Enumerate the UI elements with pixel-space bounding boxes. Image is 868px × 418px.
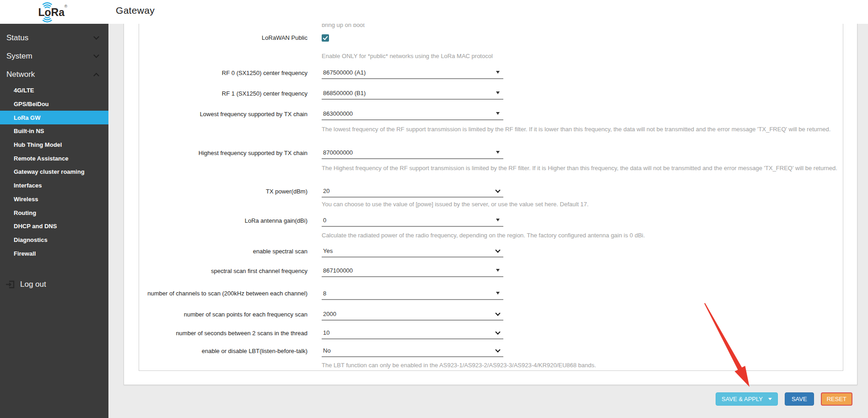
select-value: 867500000 (A1) — [322, 69, 366, 76]
help-highest-tx-frequency: The Highest frequency of the RF support … — [322, 165, 837, 172]
field-label: number of scan points for each frequency… — [139, 311, 307, 318]
sidebar-item-built-in-ns[interactable]: Built-in NS — [0, 124, 108, 138]
rf0-center-frequency-select[interactable]: 867500000 (A1) — [322, 67, 503, 79]
sidebar-section-network[interactable]: Network — [0, 65, 108, 84]
field-label: RF 0 (SX1250) center frequency — [139, 70, 307, 77]
form-row-antenna-gain: LoRa antenna gain(dBi) 0 — [139, 214, 843, 227]
select-value: 20 — [322, 188, 329, 194]
sidebar-item-diagnostics[interactable]: Diagnostics — [0, 233, 108, 247]
sidebar-item-firewall[interactable]: Firewall — [0, 247, 108, 260]
logout-label: Log out — [20, 280, 46, 289]
save-label: SAVE — [792, 396, 807, 402]
lbt-select[interactable]: No — [322, 345, 503, 357]
sidebar-item-routing[interactable]: Routing — [0, 206, 108, 220]
main-content: bring up on boot LoRaWAN Public Enable O… — [108, 24, 868, 418]
header: LoRa ® Gateway — [0, 0, 868, 24]
form-row-scan-points: number of scan points for each frequency… — [139, 308, 843, 321]
sidebar-section-label: Status — [6, 33, 28, 43]
sidebar-item-gps-beidou[interactable]: GPS/BeiDou — [0, 97, 108, 111]
logout-icon — [5, 279, 16, 289]
select-value: No — [322, 347, 331, 354]
form-row-seconds-between-scans: number of seconds between 2 scans in the… — [139, 327, 843, 339]
field-label: number of seconds between 2 scans in the… — [139, 330, 307, 337]
dropdown-chevron-icon — [495, 311, 500, 316]
form-row-highest-tx-frequency: Highest frequency supported by TX chain … — [139, 147, 843, 159]
action-button-bar: SAVE & APPLY SAVE RESET — [716, 392, 852, 406]
seconds-between-scans-select[interactable]: 10 — [322, 327, 503, 339]
field-label: TX power(dBm) — [139, 188, 307, 195]
logo-text: LoRa — [38, 6, 65, 18]
form-row-lbt: enable or disable LBT(listen-before-talk… — [139, 345, 843, 357]
reset-label: RESET — [827, 396, 846, 402]
sidebar-item-remote-assistance[interactable]: Remote Assistance — [0, 151, 108, 165]
lora-gw-fieldset: bring up on boot LoRaWAN Public Enable O… — [139, 24, 843, 371]
dropdown-chevron-icon — [495, 247, 500, 252]
select-value: 868500000 (B1) — [322, 90, 366, 96]
help-lowest-tx-frequency: The lowest frequency of the RF support t… — [322, 126, 830, 133]
field-label: spectral scan first channel frequency — [139, 268, 307, 275]
select-value: 870000000 — [322, 149, 353, 156]
logo-registered-mark: ® — [65, 4, 68, 9]
save-button[interactable]: SAVE — [785, 392, 814, 406]
field-label: Highest frequency supported by TX chain — [139, 150, 307, 157]
select-value: 10 — [322, 329, 329, 336]
sidebar-section-system[interactable]: System — [0, 47, 108, 65]
sidebar-item-interfaces[interactable]: Interfaces — [0, 179, 108, 193]
select-value: 2000 — [322, 311, 336, 317]
network-subnav: 4G/LTE GPS/BeiDou LoRa GW Built-in NS Hu… — [0, 84, 108, 260]
sidebar-item-hub-thing-model[interactable]: Hub Thing Model — [0, 138, 108, 152]
help-bring-up-on-boot: bring up on boot — [322, 24, 365, 29]
highest-tx-frequency-select[interactable]: 870000000 — [322, 147, 503, 159]
lowest-tx-frequency-select[interactable]: 863000000 — [322, 108, 503, 120]
form-row-spectral-scan-first-channel: spectral scan first channel frequency 86… — [139, 265, 843, 277]
chevron-up-icon — [93, 73, 99, 79]
sidebar-item-lora-gw[interactable]: LoRa GW — [0, 111, 108, 124]
spectral-scan-first-channel-select[interactable]: 867100000 — [322, 265, 503, 277]
field-label: enable or disable LBT(listen-before-talk… — [139, 348, 307, 355]
sidebar-section-status[interactable]: Status — [0, 29, 108, 47]
select-value: 867100000 — [322, 267, 353, 274]
select-value: 8 — [322, 290, 326, 297]
sidebar: Status System Network 4G/LTE GPS/BeiDou … — [0, 24, 108, 418]
tx-power-select[interactable]: 20 — [322, 185, 503, 198]
form-row-lowest-tx-frequency: Lowest frequency supported by TX chain 8… — [139, 108, 843, 120]
dropdown-chevron-icon — [495, 347, 500, 352]
save-and-apply-label: SAVE & APPLY — [722, 396, 763, 402]
form-row-rf0-center-frequency: RF 0 (SX1250) center frequency 867500000… — [139, 67, 843, 79]
form-row-lorawan-public: LoRaWAN Public — [139, 34, 843, 42]
rf1-center-frequency-select[interactable]: 868500000 (B1) — [322, 87, 503, 100]
sidebar-item-gateway-cluster-roaming[interactable]: Gateway cluster roaming — [0, 165, 108, 179]
enable-spectral-scan-select[interactable]: Yes — [322, 245, 503, 257]
select-value: Yes — [322, 247, 333, 254]
form-row-channels-to-scan: number of channels to scan (200kHz betwe… — [139, 286, 843, 301]
dropdown-triangle-icon — [496, 71, 500, 74]
field-label: number of channels to scan (200kHz betwe… — [139, 290, 307, 297]
lora-logo: LoRa ® — [38, 2, 70, 25]
reset-button[interactable]: RESET — [821, 392, 852, 406]
help-antenna-gain: Calculate the radiated power of the radi… — [322, 232, 645, 239]
dropdown-chevron-icon — [495, 188, 500, 193]
field-label: RF 1 (SX1250) center frequency — [139, 90, 307, 97]
page-title: Gateway — [116, 5, 155, 16]
dropdown-triangle-icon — [496, 292, 500, 295]
form-row-enable-spectral-scan: enable spectral scan Yes — [139, 245, 843, 257]
sidebar-item-wireless[interactable]: Wireless — [0, 193, 108, 206]
settings-card: bring up on boot LoRaWAN Public Enable O… — [124, 24, 857, 385]
help-lbt: The LBT function can only be enabled in … — [322, 362, 596, 369]
logout-button[interactable]: Log out — [0, 275, 108, 294]
caret-down-icon — [768, 398, 772, 400]
sidebar-section-label: System — [6, 52, 32, 61]
sidebar-item-4g-lte[interactable]: 4G/LTE — [0, 84, 108, 97]
lorawan-public-checkbox[interactable] — [322, 34, 329, 42]
dropdown-triangle-icon — [496, 219, 500, 221]
field-label: LoRa antenna gain(dBi) — [139, 217, 307, 225]
form-row-tx-power: TX power(dBm) 20 — [139, 185, 843, 198]
dropdown-triangle-icon — [496, 269, 500, 272]
antenna-gain-select[interactable]: 0 — [322, 214, 503, 227]
channels-to-scan-select[interactable]: 8 — [322, 288, 503, 300]
save-and-apply-button[interactable]: SAVE & APPLY — [716, 392, 778, 406]
sidebar-section-label: Network — [6, 70, 35, 79]
help-tx-power: You can choose to use the value of [powe… — [322, 201, 588, 208]
scan-points-select[interactable]: 2000 — [322, 308, 503, 321]
sidebar-item-dhcp-and-dns[interactable]: DHCP and DNS — [0, 220, 108, 233]
